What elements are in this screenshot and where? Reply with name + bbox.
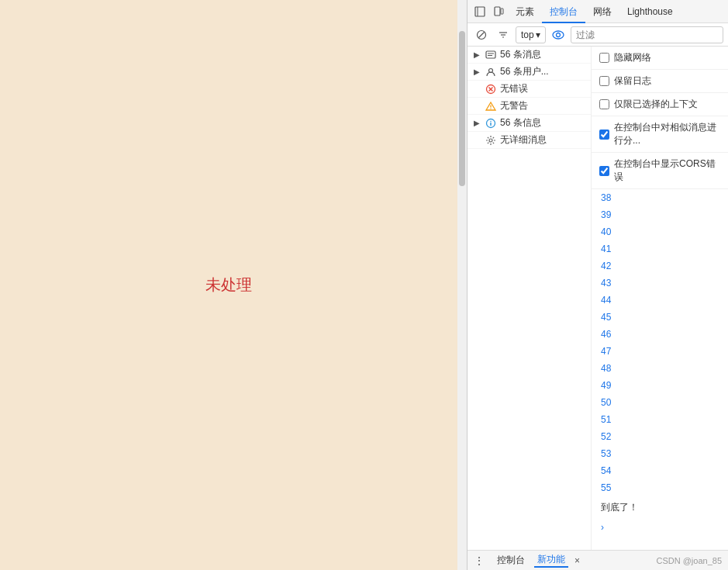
checkbox-hide-network[interactable] (599, 53, 609, 63)
devtools-toolbar: top ▾ (468, 23, 728, 47)
num-item-50[interactable]: 50 (592, 394, 728, 411)
svg-rect-2 (495, 7, 500, 16)
svg-point-10 (556, 33, 560, 36)
num-item-40[interactable]: 40 (592, 223, 728, 240)
console-row-info[interactable]: ▶ 56 条信息 (468, 115, 591, 132)
row-text-user: 56 条用户... (500, 65, 549, 78)
nav-tab-network[interactable]: 网络 (585, 0, 619, 23)
option-preserve-log[interactable]: 保留日志 (592, 70, 728, 93)
csdn-info: CSDN @joan_85 (656, 556, 722, 565)
nav-tab-console[interactable]: 控制台 (542, 0, 585, 23)
num-item-51[interactable]: 51 (592, 411, 728, 428)
bottom-close-button[interactable]: × (574, 555, 580, 566)
user-icon (485, 66, 497, 78)
bottom-tab-console[interactable]: 控制台 (494, 554, 528, 567)
settings-icon (485, 134, 497, 147)
num-item-43[interactable]: 43 (592, 275, 728, 292)
bottom-end-text: 到底了！ (592, 496, 728, 519)
filter-input[interactable] (571, 26, 723, 43)
nav-tab-lighthouse[interactable]: Lighthouse (619, 0, 681, 23)
label-cors-errors: 在控制台中显示CORS错误 (614, 157, 720, 184)
row-arrow-info: ▶ (474, 119, 481, 127)
devtools-bottom-bar: ⋮ 控制台 新功能 × CSDN @joan_85 (468, 550, 728, 570)
bottom-arrow[interactable]: › (592, 519, 728, 536)
svg-rect-11 (486, 51, 495, 58)
num-item-42[interactable]: 42 (592, 257, 728, 275)
console-left-panel: ▶ 56 条消息 ▶ (468, 47, 592, 550)
row-arrow-user: ▶ (474, 67, 481, 76)
num-item-38[interactable]: 38 (592, 189, 728, 206)
svg-point-23 (490, 120, 492, 122)
num-item-54[interactable]: 54 (592, 462, 728, 479)
console-row-verbose[interactable]: ▶ 无详细消息 (468, 132, 591, 149)
devtools-panel: 元素 控制台 网络 Lighthouse top ▾ (467, 0, 728, 570)
num-item-53[interactable]: 53 (592, 445, 728, 462)
row-text-info: 56 条信息 (500, 116, 541, 130)
warning-icon (485, 100, 497, 112)
svg-point-24 (489, 139, 492, 142)
devtools-icon-1[interactable] (471, 2, 489, 21)
console-content: ▶ 56 条消息 ▶ (468, 47, 728, 550)
clear-console-button[interactable] (472, 26, 491, 44)
messages-icon (485, 49, 497, 61)
options-panel: 隐藏网络 保留日志 仅限已选择的上下文 在控制台中对相似消息进行分... 在控制… (592, 47, 728, 550)
row-text-error: 无错误 (500, 82, 528, 95)
bottom-tab-new-features[interactable]: 新功能 (534, 553, 568, 568)
option-cors-errors[interactable]: 在控制台中显示CORS错误 (592, 153, 728, 189)
row-text-warning: 无警告 (500, 99, 528, 112)
checkbox-selected-context[interactable] (599, 99, 609, 109)
svg-point-20 (490, 108, 491, 109)
nav-tab-elements[interactable]: 元素 (508, 0, 542, 23)
option-group-similar[interactable]: 在控制台中对相似消息进行分... (592, 116, 728, 153)
num-item-47[interactable]: 47 (592, 343, 728, 360)
console-row-messages[interactable]: ▶ 56 条消息 (468, 47, 591, 64)
option-hide-network[interactable]: 隐藏网络 (592, 47, 728, 70)
info-icon (485, 117, 497, 130)
scrollbar-area[interactable] (457, 0, 467, 570)
context-selector[interactable]: top ▾ (516, 26, 546, 43)
main-page-text: 未处理 (205, 275, 252, 295)
context-label: top (521, 29, 534, 40)
num-item-55[interactable]: 55 (592, 479, 728, 496)
context-dropdown-icon: ▾ (536, 29, 540, 40)
main-page: 未处理 (0, 0, 457, 570)
num-item-49[interactable]: 49 (592, 377, 728, 394)
num-item-52[interactable]: 52 (592, 428, 728, 445)
console-row-warning[interactable]: ▶ 无警告 (468, 98, 591, 115)
row-text-verbose: 无详细消息 (500, 133, 547, 147)
checkbox-cors-errors[interactable] (599, 166, 609, 176)
filter-button[interactable] (494, 26, 512, 44)
num-item-44[interactable]: 44 (592, 292, 728, 309)
row-text-messages: 56 条消息 (500, 48, 541, 61)
svg-rect-0 (475, 7, 485, 16)
console-row-error[interactable]: ▶ 无错误 (468, 81, 591, 98)
scrollbar-thumb[interactable] (459, 31, 465, 186)
error-icon (485, 83, 497, 95)
row-arrow-messages: ▶ (474, 50, 481, 59)
label-selected-context: 仅限已选择的上下文 (614, 98, 698, 111)
console-row-user[interactable]: ▶ 56 条用户... (468, 64, 591, 81)
option-selected-context[interactable]: 仅限已选择的上下文 (592, 93, 728, 116)
label-preserve-log: 保留日志 (614, 74, 651, 88)
num-item-45[interactable]: 45 (592, 309, 728, 326)
svg-rect-3 (501, 9, 503, 14)
checkbox-group-similar[interactable] (599, 130, 609, 140)
devtools-nav: 元素 控制台 网络 Lighthouse (468, 0, 728, 23)
devtools-icon-2[interactable] (489, 2, 508, 21)
svg-line-5 (479, 32, 485, 37)
num-item-46[interactable]: 46 (592, 326, 728, 343)
num-item-48[interactable]: 48 (592, 360, 728, 377)
svg-point-9 (553, 31, 564, 39)
label-group-similar: 在控制台中对相似消息进行分... (614, 121, 720, 147)
checkbox-preserve-log[interactable] (599, 76, 609, 86)
label-hide-network: 隐藏网络 (614, 51, 651, 64)
num-item-39[interactable]: 39 (592, 206, 728, 223)
num-item-41[interactable]: 41 (592, 240, 728, 257)
bottom-dots-icon[interactable]: ⋮ (474, 554, 485, 567)
eye-button[interactable] (549, 26, 568, 44)
